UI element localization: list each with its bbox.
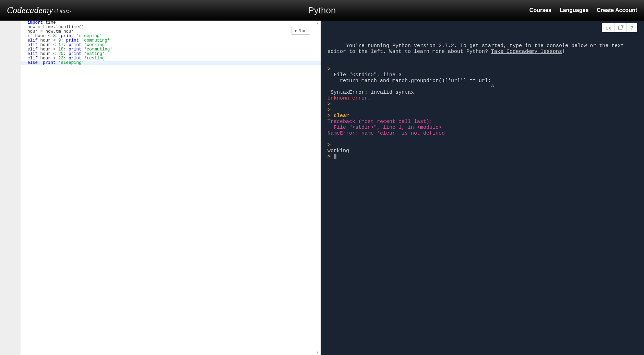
console-intro: You're running Python version 2.7.2. To … — [327, 37, 637, 60]
lessons-link[interactable]: Take Codecademy lessons — [491, 49, 562, 55]
print-margin-ruler — [191, 21, 191, 355]
logo-labs: <labs> — [53, 9, 71, 14]
share-button[interactable] — [615, 23, 627, 32]
console-line — [327, 60, 637, 66]
console-line: SyntaxError: invalid syntax — [327, 90, 637, 95]
console-line: > — [327, 66, 637, 72]
main-split: import timenow = time.localtime()hour = … — [0, 21, 644, 355]
console-line: > clear — [327, 113, 637, 119]
run-button[interactable]: Run — [291, 27, 310, 35]
console-line: > — [327, 142, 637, 148]
console-line: > — [327, 101, 637, 107]
code-line[interactable]: else: print 'sleeping' — [21, 61, 321, 65]
scroll-down-icon[interactable]: ▼ — [316, 351, 319, 354]
console-pane[interactable]: ex ? You're running Python version 2.7.2… — [321, 21, 644, 355]
nav-create-account[interactable]: Create Account — [597, 7, 637, 13]
console-line: > — [327, 154, 637, 160]
nav-languages[interactable]: Languages — [560, 7, 588, 13]
nav-courses[interactable]: Courses — [529, 7, 551, 13]
cursor — [334, 154, 336, 159]
share-icon — [618, 25, 623, 30]
logo-main: Codecademy — [7, 5, 53, 15]
console-output: > File "<stdin>", line 3 return match an… — [327, 60, 637, 160]
console-line: Traceback (most recent call last): — [327, 119, 637, 125]
console-line: File "<stdin>", line 1, in <module> — [327, 125, 637, 130]
console-toolbar: ex ? — [602, 23, 637, 32]
code-editor[interactable]: import timenow = time.localtime()hour = … — [21, 21, 321, 355]
logo[interactable]: Codecademy <labs> — [7, 5, 71, 15]
editor-gutter — [0, 21, 21, 355]
console-line: Unknown error. — [327, 95, 637, 101]
console-line: File "<stdin>", line 3 — [327, 72, 637, 78]
nav-links: Courses Languages Create Account — [529, 7, 637, 13]
page-title: Python — [308, 5, 336, 16]
console-line — [327, 136, 637, 142]
console-line: working — [327, 148, 637, 154]
run-label: Run — [298, 28, 307, 33]
console-line: > — [327, 107, 637, 113]
console-line: ^ — [327, 84, 637, 90]
console-line: return match and match.groupdict()['url'… — [327, 78, 637, 84]
console-line: NameError: name 'clear' is not defined — [327, 130, 637, 136]
header-bar: Codecademy <labs> Python Courses Languag… — [0, 0, 644, 21]
editor-pane: import timenow = time.localtime()hour = … — [0, 21, 321, 355]
examples-button[interactable]: ex — [602, 23, 615, 32]
play-icon — [295, 30, 297, 32]
scroll-up-icon[interactable]: ▲ — [316, 21, 319, 25]
help-button[interactable]: ? — [627, 23, 637, 32]
